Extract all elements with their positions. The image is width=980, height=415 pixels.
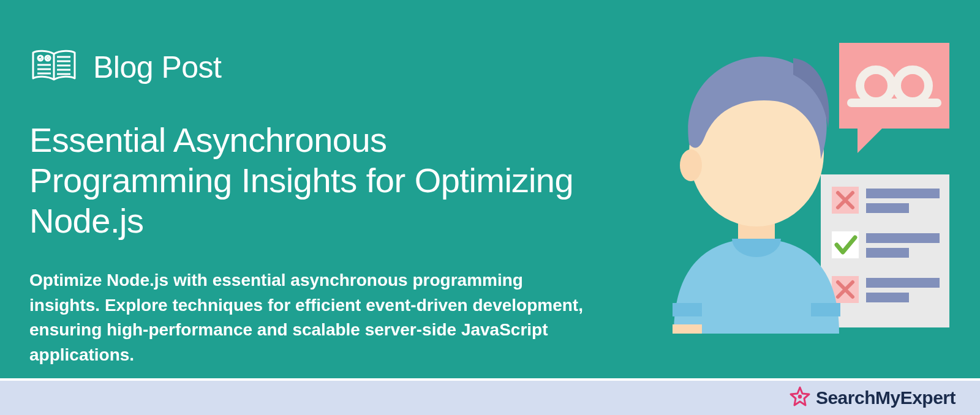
hero-content: Blog Post Essential Asynchronous Program… (0, 0, 612, 378)
brand-logo: SearchMyExpert (789, 386, 956, 410)
category-label: Blog Post (93, 50, 222, 85)
svg-rect-23 (866, 233, 940, 243)
hero-illustration (637, 37, 956, 343)
hero-description: Optimize Node.js with essential asynchro… (29, 268, 583, 367)
svg-point-33 (798, 395, 802, 398)
footer-bar: SearchMyExpert (0, 378, 980, 415)
brand-name: SearchMyExpert (816, 387, 956, 408)
svg-rect-20 (866, 189, 940, 198)
hero-title: Essential Asynchronous Programming Insig… (29, 120, 583, 241)
speech-bubble-icon (839, 43, 949, 153)
svg-rect-30 (811, 303, 840, 316)
svg-rect-24 (866, 248, 909, 258)
svg-marker-14 (858, 129, 882, 153)
svg-rect-27 (866, 293, 909, 302)
svg-point-32 (680, 149, 702, 181)
star-icon (789, 386, 811, 410)
svg-rect-29 (673, 303, 702, 316)
svg-rect-21 (866, 203, 909, 213)
category-badge: Blog Post (29, 48, 583, 87)
person-icon (673, 56, 840, 334)
svg-rect-26 (866, 278, 940, 288)
book-icon (29, 48, 78, 87)
hero-banner: Blog Post Essential Asynchronous Program… (0, 0, 980, 378)
